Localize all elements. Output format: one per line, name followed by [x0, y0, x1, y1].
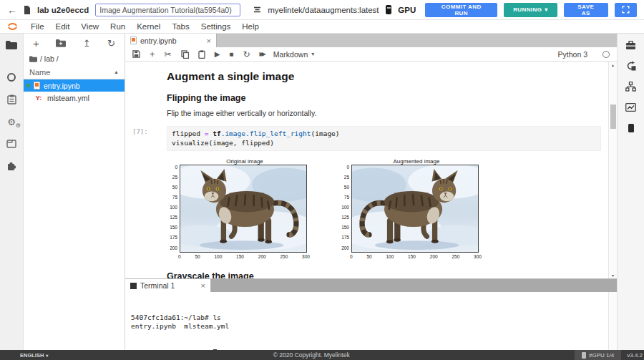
restart-kernel-icon[interactable]: ↻: [243, 50, 250, 59]
menu-item[interactable]: Tabs: [166, 22, 195, 31]
gpu-label: GPU: [398, 6, 416, 14]
tools-gears-icon[interactable]: ⚙⚙: [5, 116, 18, 127]
notebook-vertical-scrollbar[interactable]: ▴ ▾: [608, 62, 617, 278]
scroll-up-arrow-icon[interactable]: ▴: [609, 62, 617, 67]
file-name: mlsteam.yml: [47, 94, 89, 102]
close-icon[interactable]: ×: [207, 37, 211, 45]
commit-and-run-button[interactable]: COMMIT AND RUN: [425, 3, 497, 17]
gpu-usage-indicator[interactable]: #GPU 1/4: [575, 350, 621, 360]
kernel-status-icon[interactable]: [602, 51, 610, 58]
cut-icon[interactable]: ✂: [165, 50, 172, 59]
plot-title: Original image: [181, 158, 308, 165]
cell-type-value: Markdown: [273, 50, 308, 59]
toolbox-icon[interactable]: [625, 39, 638, 51]
y-axis-ticks: 0255075100125150175200: [338, 165, 351, 253]
menu-item[interactable]: Edit: [50, 22, 76, 31]
tab-label: entry.ipynb: [140, 37, 177, 45]
cluster-nodes-icon[interactable]: [625, 81, 638, 92]
terminal-scrollbar[interactable]: [608, 292, 617, 350]
file-row-entry-ipynb[interactable]: entry.ipynb: [24, 79, 125, 92]
kernel-running-dot: [26, 84, 30, 87]
fullscreen-button[interactable]: [615, 3, 637, 17]
notebook-heading-1: Augment a single image: [167, 70, 608, 83]
notebook-next-heading: Grayscale the image: [167, 271, 608, 278]
plot-title: Augmented image: [353, 158, 480, 165]
new-launcher-button[interactable]: +: [33, 37, 39, 49]
breadcrumb-path: / lab /: [40, 54, 59, 63]
kernel-name: Python 3: [558, 50, 587, 59]
copy-icon[interactable]: [181, 50, 189, 59]
scrollbar-thumb[interactable]: [610, 104, 616, 129]
name-column-header: Name: [29, 68, 50, 77]
top-app-bar: ← lab u2e0eccd myelintek/dataaugments:la…: [0, 0, 644, 20]
run-icon[interactable]: ▶: [215, 51, 220, 58]
terminal-line: entry.ipynb mlsteam.yml: [131, 322, 608, 331]
subplot-original: Original image 0255075100125150175200 05…: [167, 158, 310, 259]
dataset-sync-icon[interactable]: [625, 60, 638, 72]
tab-terminal-1[interactable]: Terminal 1 ×: [125, 279, 211, 292]
refresh-icon[interactable]: ↻: [107, 38, 115, 49]
gpu-icon[interactable]: [625, 122, 638, 134]
menu-item[interactable]: View: [75, 22, 104, 31]
new-folder-icon[interactable]: [56, 39, 66, 47]
open-tabs-icon[interactable]: [5, 138, 18, 150]
scroll-down-arrow-icon[interactable]: ▾: [609, 273, 617, 278]
jupyter-menu-bar: FileEditViewRunKernelTabsSettingsHelp: [0, 20, 644, 34]
terminal-output[interactable]: 5407cfc1da61:~/lab# lsentry.ipynb mlstea…: [125, 292, 608, 350]
extensions-puzzle-icon[interactable]: [5, 160, 18, 172]
menu-item[interactable]: Help: [236, 22, 265, 31]
menu-item[interactable]: Settings: [195, 22, 237, 31]
code-cell-input[interactable]: flipped = tf.image.flip_left_right(image…: [167, 126, 601, 151]
language-selector[interactable]: ENGLISH ▾: [0, 352, 48, 359]
notebook-toolbar: + ✂ ▶ ■ ↻ ▶▶ Markdown ▾ Python 3: [125, 47, 617, 62]
file-list-header[interactable]: Name ▲: [24, 65, 125, 79]
code-cell[interactable]: [7]: flipped = tf.image.flip_left_right(…: [132, 126, 601, 151]
main-dock: entry.ipynb × + ✂ ▶ ■ ↻: [125, 34, 617, 350]
terminal-tab-bar: Terminal 1 ×: [125, 279, 617, 292]
monitoring-chart-icon[interactable]: [625, 102, 638, 113]
file-name: entry.ipynb: [44, 82, 80, 90]
running-kernels-icon[interactable]: [5, 72, 18, 83]
experiment-name-input[interactable]: [95, 4, 240, 16]
run-all-icon[interactable]: ▶▶: [259, 52, 263, 57]
menu-item[interactable]: File: [25, 22, 50, 31]
menu-item[interactable]: Run: [104, 22, 131, 31]
stop-icon[interactable]: ■: [229, 51, 233, 58]
menu-items: FileEditViewRunKernelTabsSettingsHelp: [25, 22, 265, 31]
property-inspector-icon[interactable]: [5, 94, 18, 105]
cell-prompt: [7]:: [132, 126, 167, 151]
x-axis-ticks: 050100150200250300: [350, 253, 482, 259]
layers-icon: [253, 4, 261, 16]
file-browser-icon[interactable]: [5, 39, 18, 51]
tab-entry-ipynb[interactable]: entry.ipynb ×: [125, 34, 217, 47]
sort-caret-icon: ▲: [114, 69, 119, 74]
status-bar: ENGLISH ▾ © 2020 Copyright. Myelintek #G…: [0, 350, 644, 360]
app-logo-icon: [7, 21, 18, 31]
notebook-file-icon: [34, 82, 40, 89]
notebook-paragraph: Flip the image either vertically or hori…: [167, 109, 608, 117]
x-axis-ticks: 050100150200250300: [178, 253, 310, 259]
save-icon[interactable]: [132, 50, 140, 58]
version-label: v3.4.2: [621, 352, 644, 359]
folder-icon: [29, 56, 37, 62]
cell-type-dropdown[interactable]: Markdown ▾: [273, 50, 314, 59]
notebook-content-area: Augment a single image Flipping the imag…: [125, 62, 617, 278]
subplot-augmented: Augmented image 0255075100125150175200 0…: [338, 158, 482, 259]
file-browser-toolbar: + ↥ ↻: [24, 34, 125, 52]
close-icon[interactable]: ×: [201, 281, 205, 290]
breadcrumb[interactable]: / lab /: [24, 52, 125, 65]
paste-icon[interactable]: [198, 50, 205, 59]
save-as-button[interactable]: SAVE AS: [564, 3, 608, 17]
code-line-1: flipped = tf.image.flip_left_right(image…: [172, 129, 596, 138]
back-arrow-icon[interactable]: ←: [7, 5, 17, 15]
document-icon: [24, 6, 31, 14]
chevron-down-icon: ▾: [545, 6, 547, 13]
add-cell-icon[interactable]: +: [150, 49, 155, 59]
file-row-mlsteam-yml[interactable]: Y: mlsteam.yml: [24, 92, 125, 104]
running-dropdown-button[interactable]: RUNNING ▾: [504, 3, 557, 17]
menu-item[interactable]: Kernel: [131, 22, 166, 31]
gpu-chip-icon: [386, 5, 392, 14]
app-window: ← lab u2e0eccd myelintek/dataaugments:la…: [0, 0, 644, 360]
upload-icon[interactable]: ↥: [83, 38, 91, 49]
language-label: ENGLISH: [20, 352, 44, 359]
